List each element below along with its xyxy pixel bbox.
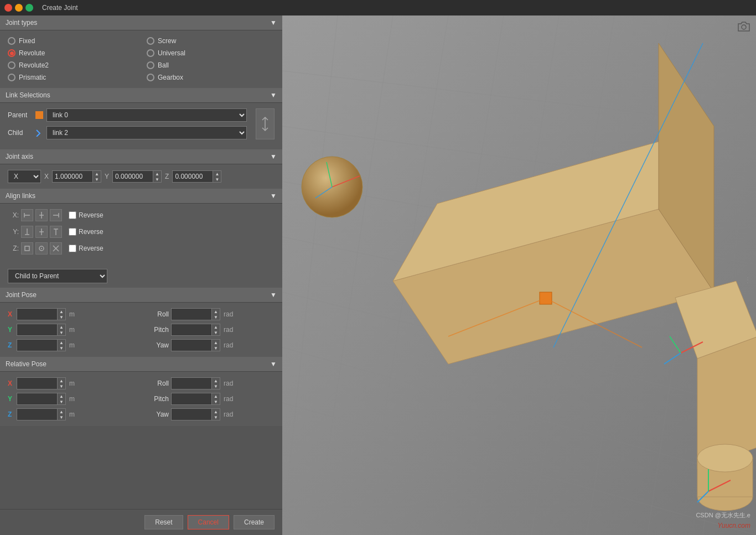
joint-pose-yaw-spinner[interactable]: 0.000000 ▲ ▼ [171, 339, 220, 351]
align-x-center-icon[interactable] [35, 209, 48, 221]
joint-types-header[interactable]: Joint types ▼ [0, 15, 282, 30]
rel-pose-roll-down[interactable]: ▼ [212, 383, 220, 389]
radio-revolute2-circle[interactable] [8, 61, 15, 69]
axis-type-select[interactable]: X Y Z [8, 170, 41, 183]
rel-pose-roll-input[interactable]: 0.000000 [172, 378, 211, 389]
maximize-button[interactable] [25, 4, 33, 12]
z-down-arrow[interactable]: ▼ [213, 176, 221, 182]
rel-pose-pitch-down[interactable]: ▼ [212, 399, 220, 404]
rel-pose-x-arrows[interactable]: ▲ ▼ [57, 378, 65, 389]
joint-pose-x-down[interactable]: ▼ [58, 314, 65, 320]
joint-pose-z-down[interactable]: ▼ [58, 345, 65, 351]
rel-pose-roll-up[interactable]: ▲ [212, 378, 220, 383]
radio-gearbox-circle[interactable] [147, 74, 154, 81]
parent-select[interactable]: link 0 [46, 108, 247, 122]
rel-pose-roll-spinner[interactable]: 0.000000 ▲ ▼ [171, 377, 220, 389]
rel-pose-yaw-arrows[interactable]: ▲ ▼ [211, 409, 220, 420]
joint-pose-z-up[interactable]: ▲ [58, 340, 65, 345]
x-spinner-arrows[interactable]: ▲ ▼ [92, 171, 101, 182]
radio-universal-circle[interactable] [147, 49, 154, 57]
joint-pose-roll-arrows[interactable]: ▲ ▼ [211, 309, 220, 320]
rel-pose-z-down[interactable]: ▼ [58, 414, 65, 420]
radio-ball[interactable]: Ball [147, 60, 275, 70]
radio-gearbox[interactable]: Gearbox [147, 72, 275, 82]
joint-pose-pitch-arrows[interactable]: ▲ ▼ [211, 324, 220, 335]
rel-pose-y-input[interactable]: 0.000000 [17, 393, 57, 404]
joint-pose-x-arrows[interactable]: ▲ ▼ [57, 309, 65, 320]
rel-pose-pitch-up[interactable]: ▲ [212, 393, 220, 399]
radio-ball-circle[interactable] [147, 61, 154, 69]
rel-pose-roll-arrows[interactable]: ▲ ▼ [211, 378, 220, 389]
z-up-arrow[interactable]: ▲ [213, 171, 221, 176]
joint-pose-roll-up[interactable]: ▲ [212, 309, 220, 314]
rel-pose-pitch-spinner[interactable]: 0.000000 ▲ ▼ [171, 393, 220, 405]
joint-pose-roll-down[interactable]: ▼ [212, 314, 220, 320]
z-value-input[interactable] [173, 171, 213, 182]
camera-button[interactable] [737, 21, 750, 35]
align-z-center-icon[interactable] [35, 242, 48, 254]
rel-pose-yaw-spinner[interactable]: 0.000000 ▲ ▼ [171, 408, 220, 420]
rel-pose-y-spinner[interactable]: 0.000000 ▲ ▼ [17, 393, 66, 405]
close-button[interactable] [4, 4, 12, 12]
rel-pose-y-up[interactable]: ▲ [58, 393, 65, 399]
joint-pose-yaw-up[interactable]: ▲ [212, 340, 220, 345]
rel-pose-y-down[interactable]: ▼ [58, 399, 65, 404]
joint-pose-y-arrows[interactable]: ▲ ▼ [57, 324, 65, 335]
joint-pose-y-spinner[interactable]: 0.000000 ▲ ▼ [17, 324, 66, 336]
align-x-left-icon[interactable] [21, 209, 33, 221]
align-x-right-icon[interactable] [50, 209, 62, 221]
rel-pose-x-input[interactable]: -2.000000 [17, 378, 57, 389]
y-value-spinner[interactable]: ▲ ▼ [112, 170, 162, 183]
rel-pose-yaw-down[interactable]: ▼ [212, 414, 220, 420]
joint-pose-roll-spinner[interactable]: 0.000000 ▲ ▼ [171, 308, 220, 320]
align-y-middle-icon[interactable] [35, 226, 48, 238]
joint-pose-pitch-up[interactable]: ▲ [212, 324, 220, 330]
reset-button[interactable]: Reset [144, 515, 183, 529]
joint-pose-yaw-input[interactable]: 0.000000 [172, 340, 211, 351]
radio-revolute[interactable]: Revolute [8, 48, 136, 58]
radio-universal[interactable]: Universal [147, 48, 275, 58]
y-value-input[interactable] [113, 171, 153, 182]
x-value-spinner[interactable]: ▲ ▼ [52, 170, 101, 183]
joint-pose-x-up[interactable]: ▲ [58, 309, 65, 314]
joint-pose-pitch-spinner[interactable]: 0.000000 ▲ ▼ [171, 324, 220, 336]
link-selections-header[interactable]: Link Selections ▼ [0, 88, 282, 103]
align-y-bottom-icon[interactable] [21, 226, 33, 238]
minimize-button[interactable] [15, 4, 23, 12]
radio-fixed-circle[interactable] [8, 37, 15, 45]
rel-pose-x-spinner[interactable]: -2.000000 ▲ ▼ [17, 377, 66, 389]
radio-revolute-circle[interactable] [8, 49, 15, 57]
joint-pose-z-input[interactable]: 0.000000 [17, 340, 57, 351]
relative-pose-header[interactable]: Relative Pose ▼ [0, 357, 282, 372]
rel-pose-x-up[interactable]: ▲ [58, 378, 65, 383]
rel-pose-z-up[interactable]: ▲ [58, 409, 65, 414]
child-select[interactable]: link 2 [46, 126, 247, 139]
x-value-input[interactable] [53, 171, 92, 182]
joint-pose-pitch-down[interactable]: ▼ [212, 330, 220, 335]
joint-pose-y-up[interactable]: ▲ [58, 324, 65, 330]
create-button[interactable]: Create [234, 515, 275, 529]
rel-pose-yaw-input[interactable]: 0.000000 [172, 409, 211, 420]
radio-screw[interactable]: Screw [147, 36, 275, 46]
rel-pose-yaw-up[interactable]: ▲ [212, 409, 220, 414]
joint-pose-pitch-input[interactable]: 0.000000 [172, 324, 211, 335]
radio-prismatic-circle[interactable] [8, 74, 15, 81]
radio-fixed[interactable]: Fixed [8, 36, 136, 46]
radio-screw-circle[interactable] [147, 37, 154, 45]
rel-pose-y-arrows[interactable]: ▲ ▼ [57, 393, 65, 404]
align-y-reverse-check[interactable] [69, 228, 76, 236]
swap-button[interactable] [256, 108, 275, 139]
x-down-arrow[interactable]: ▼ [93, 176, 101, 182]
z-spinner-arrows[interactable]: ▲ ▼ [213, 171, 221, 182]
rel-pose-z-input[interactable]: 0.000000 [17, 409, 57, 420]
window-controls[interactable] [4, 4, 33, 12]
align-links-header[interactable]: Align links ▼ [0, 189, 282, 204]
rel-pose-x-down[interactable]: ▼ [58, 383, 65, 389]
joint-pose-x-input[interactable]: 0.000000 [17, 309, 57, 320]
joint-axis-header[interactable]: Joint axis ▼ [0, 149, 282, 164]
align-z-reverse-check[interactable] [69, 245, 76, 252]
joint-pose-yaw-down[interactable]: ▼ [212, 345, 220, 351]
joint-pose-yaw-arrows[interactable]: ▲ ▼ [211, 340, 220, 351]
cancel-button[interactable]: Cancel [188, 515, 229, 529]
radio-revolute2[interactable]: Revolute2 [8, 60, 136, 70]
